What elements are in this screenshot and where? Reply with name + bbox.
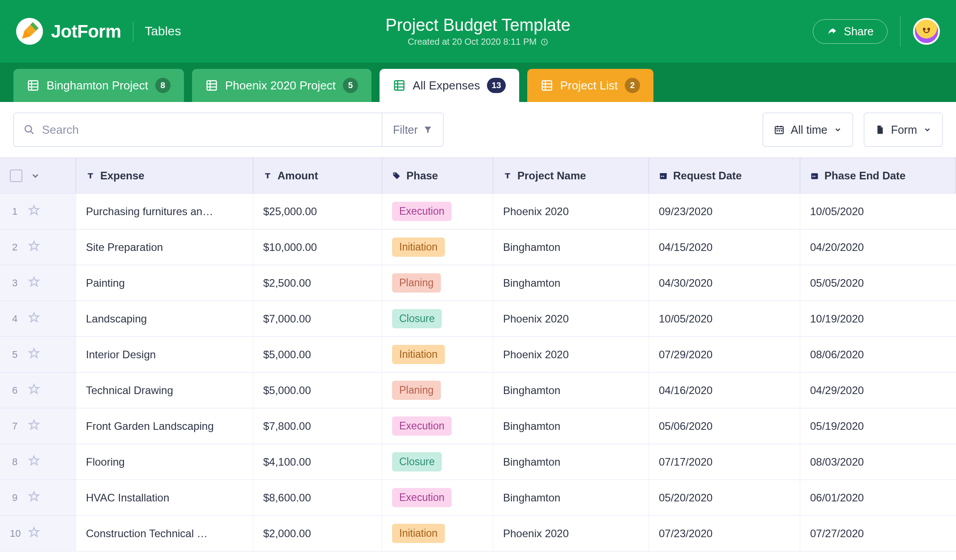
cell-reqdate[interactable]: 04/16/2020	[649, 373, 800, 408]
cell-amount[interactable]: $5,000.00	[253, 373, 382, 408]
cell-phase[interactable]: Execution	[382, 408, 493, 444]
cell-enddate[interactable]: 04/29/2020	[800, 373, 956, 408]
col-header-project[interactable]: Project Name	[493, 158, 649, 193]
star-icon[interactable]	[28, 347, 40, 362]
cell-amount[interactable]: $25,000.00	[253, 194, 382, 229]
cell-amount[interactable]: $5,000.00	[253, 337, 382, 372]
cell-project[interactable]: Binghamton	[493, 229, 649, 265]
star-icon[interactable]	[28, 311, 40, 327]
cell-phase[interactable]: Closure	[382, 444, 493, 479]
cell-reqdate[interactable]: 07/17/2020	[649, 444, 800, 479]
cell-reqdate[interactable]: 04/15/2020	[649, 229, 800, 265]
star-icon[interactable]	[28, 490, 40, 505]
cell-project[interactable]: Binghamton	[493, 265, 649, 301]
star-icon[interactable]	[28, 276, 40, 291]
cell-expense[interactable]: Front Garden Landscaping	[76, 408, 253, 444]
cell-reqdate[interactable]: 07/29/2020	[649, 337, 800, 372]
cell-amount[interactable]: $4,100.00	[253, 444, 382, 479]
cell-project[interactable]: Phoenix 2020	[493, 194, 649, 229]
share-button[interactable]: Share	[813, 19, 888, 44]
filter-button[interactable]: Filter	[382, 113, 443, 146]
cell-amount[interactable]: $10,000.00	[253, 229, 382, 265]
tab-all-expenses[interactable]: All Expenses13	[380, 69, 519, 102]
cell-expense[interactable]: HVAC Installation	[76, 480, 253, 515]
table-row[interactable]: 9HVAC Installation$8,600.00ExecutionBing…	[0, 480, 956, 516]
cell-expense[interactable]: Interior Design	[76, 337, 253, 372]
cell-reqdate[interactable]: 04/30/2020	[649, 265, 800, 301]
cell-enddate[interactable]: 05/19/2020	[800, 408, 956, 444]
avatar[interactable]	[913, 18, 940, 45]
cell-expense[interactable]: Painting	[76, 265, 253, 301]
table-row[interactable]: 2Site Preparation$10,000.00InitiationBin…	[0, 229, 956, 265]
cell-phase[interactable]: Initiation	[382, 229, 493, 265]
cell-reqdate[interactable]: 05/20/2020	[649, 480, 800, 515]
table-row[interactable]: 3Painting$2,500.00PlaningBinghamton04/30…	[0, 265, 956, 301]
table-row[interactable]: 1Purchasing furnitures an…$25,000.00Exec…	[0, 194, 956, 229]
table-row[interactable]: 10Construction Technical …$2,000.00Initi…	[0, 516, 956, 552]
cell-enddate[interactable]: 08/06/2020	[800, 337, 956, 372]
cell-phase[interactable]: Planing	[382, 373, 493, 408]
timerange-button[interactable]: All time	[763, 113, 853, 147]
cell-enddate[interactable]: 06/01/2020	[800, 480, 956, 515]
col-header-reqdate[interactable]: Request Date	[649, 158, 800, 193]
col-header-enddate[interactable]: Phase End Date	[800, 158, 956, 193]
cell-expense[interactable]: Site Preparation	[76, 229, 253, 265]
cell-project[interactable]: Binghamton	[493, 408, 649, 444]
cell-reqdate[interactable]: 10/05/2020	[649, 301, 800, 336]
table-row[interactable]: 6Technical Drawing$5,000.00PlaningBingha…	[0, 373, 956, 408]
brand-logo[interactable]: JotForm	[16, 18, 121, 45]
cell-phase[interactable]: Execution	[382, 480, 493, 515]
tab-binghamton-project[interactable]: Binghamton Project8	[13, 69, 184, 102]
cell-enddate[interactable]: 08/03/2020	[800, 444, 956, 479]
cell-amount[interactable]: $8,600.00	[253, 480, 382, 515]
search-input[interactable]	[42, 123, 372, 137]
cell-amount[interactable]: $7,800.00	[253, 408, 382, 444]
select-all-checkbox[interactable]	[10, 170, 22, 182]
cell-project[interactable]: Binghamton	[493, 373, 649, 408]
cell-project[interactable]: Phoenix 2020	[493, 301, 649, 336]
table-row[interactable]: 5Interior Design$5,000.00InitiationPhoen…	[0, 337, 956, 373]
table-row[interactable]: 8Flooring$4,100.00ClosureBinghamton07/17…	[0, 444, 956, 480]
cell-reqdate[interactable]: 05/06/2020	[649, 408, 800, 444]
cell-amount[interactable]: $2,500.00	[253, 265, 382, 301]
table-row[interactable]: 7Front Garden Landscaping$7,800.00Execut…	[0, 408, 956, 444]
cell-phase[interactable]: Initiation	[382, 516, 493, 551]
cell-expense[interactable]: Technical Drawing	[76, 373, 253, 408]
cell-enddate[interactable]: 04/20/2020	[800, 229, 956, 265]
cell-phase[interactable]: Initiation	[382, 337, 493, 372]
star-icon[interactable]	[28, 383, 40, 398]
table-row[interactable]: 4Landscaping$7,000.00ClosurePhoenix 2020…	[0, 301, 956, 337]
cell-project[interactable]: Binghamton	[493, 444, 649, 479]
cell-reqdate[interactable]: 07/23/2020	[649, 516, 800, 551]
cell-project[interactable]: Phoenix 2020	[493, 516, 649, 551]
cell-reqdate[interactable]: 09/23/2020	[649, 194, 800, 229]
chevron-down-icon[interactable]	[30, 171, 40, 181]
cell-expense[interactable]: Construction Technical …	[76, 516, 253, 551]
tab-project-list[interactable]: Project List2	[527, 69, 654, 102]
cell-project[interactable]: Phoenix 2020	[493, 337, 649, 372]
cell-phase[interactable]: Planing	[382, 265, 493, 301]
cell-amount[interactable]: $2,000.00	[253, 516, 382, 551]
star-icon[interactable]	[28, 204, 40, 219]
cell-enddate[interactable]: 10/19/2020	[800, 301, 956, 336]
cell-enddate[interactable]: 05/05/2020	[800, 265, 956, 301]
cell-enddate[interactable]: 10/05/2020	[800, 194, 956, 229]
star-icon[interactable]	[28, 240, 40, 255]
col-header-phase[interactable]: Phase	[382, 158, 493, 193]
col-header-expense[interactable]: Expense	[76, 158, 253, 193]
star-icon[interactable]	[28, 454, 40, 470]
tab-phoenix-2020-project[interactable]: Phoenix 2020 Project5	[192, 69, 371, 102]
star-icon[interactable]	[28, 419, 40, 434]
form-button[interactable]: Form	[864, 113, 943, 147]
cell-project[interactable]: Binghamton	[493, 480, 649, 515]
cell-expense[interactable]: Purchasing furnitures an…	[76, 194, 253, 229]
star-icon[interactable]	[28, 526, 40, 541]
cell-expense[interactable]: Landscaping	[76, 301, 253, 336]
col-header-amount[interactable]: Amount	[253, 158, 382, 193]
cell-amount[interactable]: $7,000.00	[253, 301, 382, 336]
cell-expense[interactable]: Flooring	[76, 444, 253, 479]
cell-enddate[interactable]: 07/27/2020	[800, 516, 956, 551]
cell-phase[interactable]: Closure	[382, 301, 493, 336]
brand-segment[interactable]: Tables	[145, 24, 181, 38]
cell-phase[interactable]: Execution	[382, 194, 493, 229]
